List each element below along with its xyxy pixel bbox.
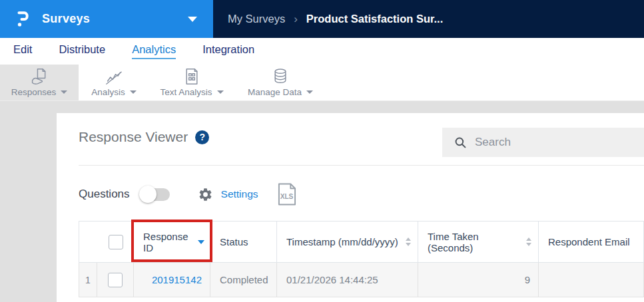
tab-edit[interactable]: Edit xyxy=(13,43,32,59)
column-header-time-taken[interactable]: Time Taken (Seconds) xyxy=(418,222,539,263)
breadcrumb-my-surveys[interactable]: My Surveys xyxy=(228,13,285,25)
table-header-row: Response ID Status xyxy=(79,222,644,263)
column-label: Response ID xyxy=(143,231,188,253)
chevron-down-icon xyxy=(306,90,313,94)
row-number: 1 xyxy=(79,263,97,297)
search-box[interactable] xyxy=(442,128,644,157)
gear-icon[interactable] xyxy=(198,187,213,202)
toolbar-item-label: Manage Data xyxy=(248,87,302,97)
chevron-down-icon xyxy=(61,90,67,94)
responses-hand-document-icon xyxy=(30,68,49,85)
toolbar-item-responses[interactable]: Responses xyxy=(0,65,79,100)
table-row: 1 201915142 Completed 01/21/2026 14:44:2… xyxy=(79,263,644,297)
controls-row: Questions Settings XLS xyxy=(79,180,296,209)
tab-distribute[interactable]: Distribute xyxy=(59,43,105,59)
search-input[interactable] xyxy=(475,136,644,149)
column-header-respondent-email: Respondent Email xyxy=(539,222,644,263)
breadcrumb-separator-icon: › xyxy=(294,13,298,26)
status-cell: Completed xyxy=(210,263,277,297)
xls-export-icon[interactable]: XLS xyxy=(277,183,296,206)
xls-label: XLS xyxy=(280,193,293,200)
toolbar-item-manage-data[interactable]: Manage Data xyxy=(234,65,326,100)
column-header-response-id[interactable]: Response ID xyxy=(134,222,210,263)
questions-label: Questions xyxy=(79,188,130,201)
time-taken-cell: 9 xyxy=(418,263,539,297)
response-viewer-card: Response Viewer ? Questions xyxy=(57,113,644,302)
database-icon xyxy=(272,68,289,85)
questions-toggle[interactable] xyxy=(141,188,170,201)
chevron-down-icon xyxy=(130,90,137,94)
sort-icon[interactable] xyxy=(526,237,531,246)
toolbar-item-analysis[interactable]: Analysis xyxy=(79,65,149,100)
column-label: Time Taken (Seconds) xyxy=(428,231,521,253)
filter-caret-icon[interactable] xyxy=(198,240,204,244)
timestamp-cell: 01/21/2026 14:44:25 xyxy=(277,263,418,297)
settings-link[interactable]: Settings xyxy=(221,188,258,200)
toolbar-item-label: Analysis xyxy=(91,87,125,97)
analytics-toolbar: Responses Analysis xyxy=(0,65,644,101)
email-cell xyxy=(539,263,644,297)
toolbar-item-label: Responses xyxy=(11,87,57,97)
topbar: Surveys My Surveys › Product Satisfactio… xyxy=(0,0,644,38)
page-body: Response Viewer ? Questions xyxy=(0,101,644,302)
row-checkbox[interactable] xyxy=(108,273,123,287)
toolbar-item-label: Text Analysis xyxy=(160,87,212,97)
breadcrumb: My Surveys › Product Satisfaction Sur... xyxy=(213,0,644,38)
tab-integration[interactable]: Integration xyxy=(202,43,254,59)
product-switcher[interactable]: Surveys xyxy=(0,0,213,38)
divider xyxy=(79,165,644,166)
page-title: Response Viewer xyxy=(79,129,188,145)
chevron-down-icon[interactable] xyxy=(188,17,197,22)
chevron-down-icon xyxy=(217,90,224,94)
line-chart-icon xyxy=(105,68,123,85)
product-label: Surveys xyxy=(42,12,90,26)
nav-tabs: Edit Distribute Analytics Integration xyxy=(0,38,644,65)
column-label: Status xyxy=(220,236,248,247)
text-report-icon xyxy=(184,68,200,85)
response-id-cell: 201915142 xyxy=(134,263,210,297)
toggle-knob xyxy=(139,186,157,203)
response-id-link[interactable]: 201915142 xyxy=(152,274,202,285)
tab-analytics[interactable]: Analytics xyxy=(132,43,176,59)
help-icon[interactable]: ? xyxy=(195,130,209,144)
row-select-cell xyxy=(97,263,134,297)
select-all-checkbox[interactable] xyxy=(109,235,123,249)
title-row: Response Viewer ? xyxy=(79,129,209,145)
questionpro-logo-icon xyxy=(16,10,31,29)
search-icon xyxy=(454,136,467,149)
breadcrumb-current-survey: Product Satisfaction Sur... xyxy=(306,13,443,25)
responses-table: Response ID Status xyxy=(79,221,644,297)
column-header-status: Status xyxy=(210,222,277,263)
toolbar-item-text-analysis[interactable]: Text Analysis xyxy=(149,65,234,100)
sort-icon[interactable] xyxy=(406,237,411,246)
app-root: Surveys My Surveys › Product Satisfactio… xyxy=(0,0,644,302)
column-label: Timestamp (mm/dd/yyyy) xyxy=(286,236,398,247)
column-header-select xyxy=(79,222,134,263)
column-label: Respondent Email xyxy=(548,236,630,247)
column-header-timestamp[interactable]: Timestamp (mm/dd/yyyy) xyxy=(277,222,418,263)
